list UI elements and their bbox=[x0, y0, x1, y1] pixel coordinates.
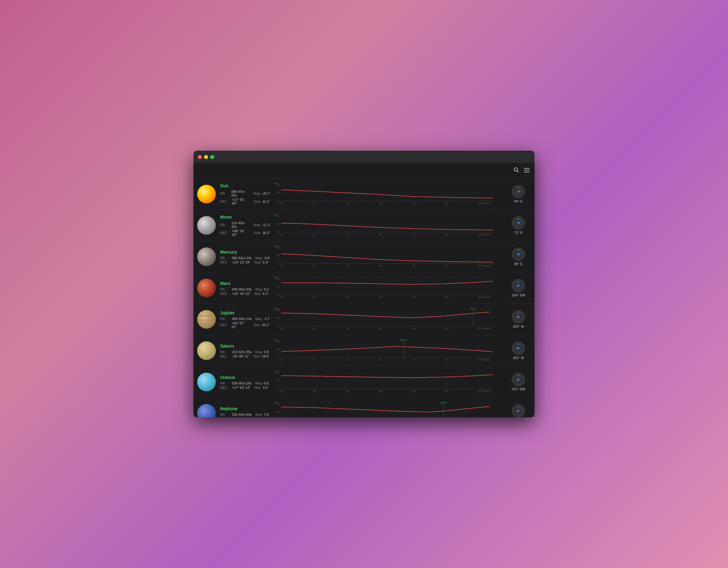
planet-info: MarsRA03h 05m 53sMag0.2DEC+15° 42' 12"Si… bbox=[220, 281, 270, 295]
close-button[interactable] bbox=[198, 155, 202, 159]
svg-text:0: 0 bbox=[278, 200, 280, 202]
dec-value: -03° 02' 18" bbox=[232, 417, 250, 418]
planet-info: SunRA08h 47m 02sMag-26.7DEC+17° 55' 04"S… bbox=[220, 183, 270, 205]
compass: N80° E bbox=[506, 248, 531, 266]
dec-value: +14° 23' 29" bbox=[232, 260, 251, 264]
dec-label: DEC bbox=[220, 260, 230, 264]
planet-info: UranusRA03h 05m 25sMag5.8DEC+17° 02' 14"… bbox=[220, 375, 270, 389]
planet-row[interactable]: NeptuneRA23h 44m 04sMag7.8DEC-03° 02' 18… bbox=[193, 398, 535, 417]
minimize-button[interactable] bbox=[204, 155, 208, 159]
dec-value: +06° 16' 05" bbox=[232, 229, 250, 237]
mag-value: -2.7 bbox=[264, 317, 270, 321]
fullscreen-button[interactable] bbox=[210, 155, 214, 159]
svg-marker-100 bbox=[516, 284, 520, 288]
compass-n-label: N bbox=[517, 280, 519, 283]
planet-info: SaturnRA21h 42m 35sMag0.8DEC-15° 06' 11"… bbox=[220, 344, 270, 358]
ra-label: RA bbox=[220, 317, 230, 321]
svg-text:00: 00 bbox=[379, 358, 382, 361]
svg-text:20: 20 bbox=[313, 358, 316, 361]
svg-text:0: 0 bbox=[278, 388, 280, 390]
altitude-chart: Alt/°9045018202200020406Time/h04:26 bbox=[272, 401, 504, 417]
svg-marker-176 bbox=[516, 378, 520, 382]
svg-text:90: 90 bbox=[277, 309, 280, 312]
search-icon[interactable] bbox=[513, 167, 519, 174]
planet-image bbox=[197, 279, 216, 297]
planet-name: Saturn bbox=[220, 344, 270, 348]
dec-label: DEC bbox=[220, 200, 230, 203]
ra-value: 03h 05m 53s bbox=[232, 287, 252, 291]
planet-row[interactable]: SaturnRA21h 42m 35sMag0.8DEC-15° 06' 11"… bbox=[193, 335, 535, 366]
svg-text:00: 00 bbox=[379, 202, 382, 205]
ra-value: 23h 44m 04s bbox=[232, 413, 252, 416]
planet-row[interactable]: MarsRA03h 05m 53sMag0.2DEC+15° 42' 12"Si… bbox=[193, 273, 535, 304]
altitude-chart: Alt/°9045018202200020406Time/h02:23 bbox=[272, 338, 504, 363]
dec-label: DEC bbox=[220, 323, 230, 327]
svg-text:90: 90 bbox=[277, 246, 280, 249]
svg-text:22: 22 bbox=[346, 202, 349, 205]
ra-row: RA21h 42m 35sMag0.8 bbox=[220, 350, 270, 354]
planet-row[interactable]: SunRA08h 47m 02sMag-26.7DEC+17° 55' 04"S… bbox=[193, 179, 535, 210]
compass-n-label: N bbox=[517, 406, 519, 408]
svg-text:20: 20 bbox=[313, 264, 316, 267]
planet-image bbox=[197, 373, 216, 391]
svg-text:22: 22 bbox=[346, 264, 349, 267]
svg-text:45: 45 bbox=[277, 348, 280, 351]
compass-n-label: N bbox=[517, 249, 519, 252]
planet-row[interactable]: UranusRA03h 05m 25sMag5.8DEC+17° 02' 14"… bbox=[193, 366, 535, 398]
compass-circle: N bbox=[512, 248, 525, 261]
planet-row[interactable]: MercuryRA09h 52m 23sMag-0.6DEC+14° 23' 2… bbox=[193, 241, 535, 273]
planet-image bbox=[197, 185, 216, 203]
ra-value: 11h 42m 32s bbox=[231, 221, 250, 229]
ra-row: RA11h 42m 32sMag-11.3 bbox=[220, 221, 270, 229]
compass-n-label: N bbox=[517, 186, 519, 189]
svg-text:00: 00 bbox=[379, 264, 382, 267]
compass-direction: 84° E bbox=[514, 199, 522, 203]
ra-label: RA bbox=[220, 287, 230, 291]
dec-row: DEC+02° 07' 01"Size45.1" bbox=[220, 321, 270, 329]
ra-row: RA00h 34m 14sMag-2.7 bbox=[220, 317, 270, 321]
mag-value: 0.2 bbox=[264, 287, 269, 291]
dec-row: DEC+06° 16' 05"Size30.3' bbox=[220, 229, 270, 237]
svg-text:45: 45 bbox=[277, 254, 280, 257]
svg-text:0: 0 bbox=[278, 262, 280, 265]
size-label: Size bbox=[254, 231, 260, 235]
planet-row[interactable]: JupiterRA00h 34m 14sMag-2.7DEC+02° 07' 0… bbox=[193, 304, 535, 335]
compass-circle: N bbox=[512, 279, 525, 292]
svg-text:Time/h: Time/h bbox=[482, 327, 491, 330]
dec-value: +02° 07' 01" bbox=[232, 321, 250, 329]
altitude-chart: Alt/°9045018202200020406Time/h bbox=[272, 213, 504, 238]
planet-name: Jupiter bbox=[220, 310, 270, 315]
svg-text:00: 00 bbox=[379, 296, 382, 299]
svg-text:45: 45 bbox=[277, 285, 280, 288]
size-label: Size bbox=[253, 323, 260, 327]
planet-info: MoonRA11h 42m 32sMag-11.3DEC+06° 16' 05"… bbox=[220, 215, 270, 237]
svg-text:Time/h: Time/h bbox=[482, 264, 491, 267]
ra-row: RA03h 05m 25sMag5.8 bbox=[220, 381, 270, 385]
compass: N73° E bbox=[506, 216, 531, 234]
planet-image bbox=[197, 404, 216, 417]
svg-text:90: 90 bbox=[277, 340, 280, 343]
svg-text:18: 18 bbox=[280, 202, 283, 205]
compass-direction: 234° SW bbox=[512, 293, 525, 297]
mag-label: Mag bbox=[255, 413, 262, 416]
compass-n-label: N bbox=[517, 218, 519, 220]
mag-label: Mag bbox=[255, 256, 262, 260]
altitude-chart: Alt/°9045018202200020406Time/h05:15 bbox=[272, 307, 504, 332]
planet-row[interactable]: MoonRA11h 42m 32sMag-11.3DEC+06° 16' 05"… bbox=[193, 210, 535, 241]
svg-text:0: 0 bbox=[278, 231, 280, 234]
size-value: 31.5' bbox=[262, 200, 270, 203]
size-label: Size bbox=[254, 292, 261, 295]
planet-list[interactable]: SunRA08h 47m 02sMag-26.7DEC+17° 55' 04"S… bbox=[193, 179, 535, 417]
ra-row: RA03h 05m 53sMag0.2 bbox=[220, 287, 270, 291]
dec-label: DEC bbox=[220, 354, 230, 358]
svg-text:90: 90 bbox=[277, 371, 280, 374]
altitude-chart: Alt/°9045018202200020406Time/h bbox=[272, 182, 504, 206]
ra-label: RA bbox=[220, 192, 229, 195]
dec-value: +17° 55' 04" bbox=[232, 198, 250, 205]
mag-label: Mag bbox=[255, 317, 262, 321]
app-window: SunRA08h 47m 02sMag-26.7DEC+17° 55' 04"S… bbox=[193, 151, 535, 417]
svg-text:45: 45 bbox=[277, 223, 280, 225]
menu-icon[interactable] bbox=[524, 167, 530, 174]
mag-label: Mag bbox=[254, 192, 260, 195]
titlebar bbox=[193, 151, 535, 163]
